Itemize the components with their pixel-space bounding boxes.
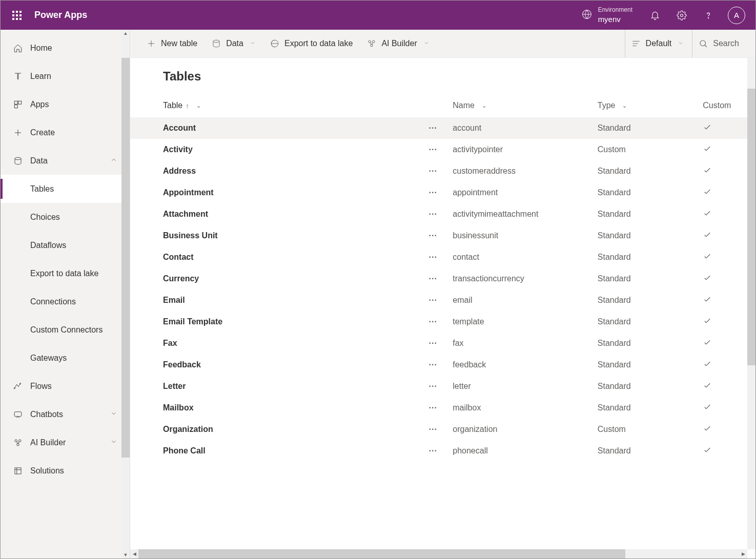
- row-more-icon[interactable]: ···: [429, 126, 437, 130]
- cell-table: Appointment: [130, 182, 413, 203]
- chevron-down-icon: ⌄: [482, 102, 486, 109]
- new-table-button[interactable]: New table: [140, 30, 203, 58]
- cell-name: account: [453, 117, 598, 139]
- row-more-icon[interactable]: ···: [429, 320, 437, 324]
- check-icon: [703, 122, 712, 134]
- check-icon: [703, 187, 712, 198]
- cell-table: Business Unit: [130, 225, 413, 246]
- sidebar-item-create[interactable]: Create: [1, 118, 130, 147]
- table-row[interactable]: Attachment···activitymimeattachmentStand…: [130, 203, 755, 225]
- table-row[interactable]: Email···emailStandard: [130, 289, 755, 311]
- table-row[interactable]: Organization···organizationCustom: [130, 419, 755, 440]
- sidebar-item-home[interactable]: Home: [1, 34, 130, 62]
- table-row[interactable]: Address···customeraddressStandard: [130, 160, 755, 182]
- export-to-data-lake-button[interactable]: Export to data lake: [264, 30, 359, 58]
- flows-icon: [13, 382, 23, 391]
- row-more-icon[interactable]: ···: [429, 234, 437, 238]
- main-vertical-scrollbar-thumb[interactable]: [747, 89, 755, 365]
- data-icon: [13, 156, 23, 165]
- cell-type: Custom: [598, 139, 703, 160]
- sidebar-item-apps[interactable]: Apps: [1, 90, 130, 118]
- cell-name: activitypointer: [453, 139, 598, 160]
- sidebar-scrollbar-thumb[interactable]: [121, 58, 130, 458]
- cell-type: Standard: [598, 225, 703, 246]
- column-header-name[interactable]: Name⌄: [453, 101, 486, 110]
- svg-rect-0: [12, 11, 14, 13]
- cell-type: Standard: [598, 289, 703, 311]
- table-row[interactable]: Appointment···appointmentStandard: [130, 182, 755, 203]
- svg-point-27: [371, 45, 373, 47]
- ai-builder-label: AI Builder: [381, 39, 417, 48]
- sidebar-item-data[interactable]: Data: [1, 147, 130, 175]
- sidebar-item-gateways[interactable]: Gateways: [1, 344, 130, 372]
- cell-name: organization: [453, 419, 598, 440]
- waffle-icon[interactable]: [5, 3, 29, 28]
- table-row[interactable]: Account···accountStandard: [130, 117, 755, 139]
- column-header-table[interactable]: Table↑⌄: [163, 101, 201, 110]
- row-more-icon[interactable]: ···: [429, 363, 437, 367]
- table-row[interactable]: Contact···contactStandard: [130, 246, 755, 268]
- table-row[interactable]: Mailbox···mailboxStandard: [130, 397, 755, 419]
- view-default-label: Default: [646, 39, 672, 48]
- table-row[interactable]: Fax···faxStandard: [130, 333, 755, 354]
- sidebar-scroll-up[interactable]: ▲: [121, 30, 130, 37]
- row-more-icon[interactable]: ···: [429, 277, 437, 281]
- search-input[interactable]: Search: [692, 30, 745, 58]
- chevron-down-icon: ⌄: [196, 102, 201, 109]
- environment-picker[interactable]: Environment myenv: [573, 6, 642, 24]
- table-row[interactable]: Activity···activitypointerCustom: [130, 139, 755, 160]
- check-icon: [703, 230, 712, 241]
- apps-icon: [13, 100, 23, 109]
- table-row[interactable]: Business Unit···businessunitStandard: [130, 225, 755, 246]
- row-more-icon[interactable]: ···: [429, 298, 437, 302]
- main-scroll-right[interactable]: ▶: [739, 549, 747, 558]
- row-more-icon[interactable]: ···: [429, 427, 437, 431]
- check-icon: [703, 445, 712, 457]
- avatar[interactable]: A: [728, 7, 745, 24]
- row-more-icon[interactable]: ···: [429, 255, 437, 259]
- row-more-icon[interactable]: ···: [429, 191, 437, 195]
- sidebar-item-ai-builder[interactable]: AI Builder: [1, 428, 130, 457]
- main-horizontal-scrollbar-thumb[interactable]: [138, 549, 625, 558]
- sidebar-item-chatbots[interactable]: Chatbots: [1, 400, 130, 428]
- row-more-icon[interactable]: ···: [429, 341, 437, 345]
- column-header-type[interactable]: Type⌄: [598, 101, 627, 110]
- table-row[interactable]: Currency···transactioncurrencyStandard: [130, 268, 755, 289]
- sidebar: HomeLearnAppsCreateDataTablesChoicesData…: [1, 30, 130, 558]
- table-row[interactable]: Letter···letterStandard: [130, 376, 755, 397]
- cell-name: feedback: [453, 354, 598, 376]
- sidebar-item-solutions[interactable]: Solutions: [1, 457, 130, 485]
- row-more-icon[interactable]: ···: [429, 449, 437, 453]
- row-more-icon[interactable]: ···: [429, 148, 437, 152]
- notifications-icon[interactable]: [642, 1, 668, 30]
- svg-rect-1: [16, 11, 18, 13]
- check-icon: [703, 295, 712, 306]
- sidebar-item-tables[interactable]: Tables: [1, 175, 130, 203]
- view-default-menu[interactable]: Default: [625, 30, 690, 58]
- row-more-icon[interactable]: ···: [429, 212, 437, 216]
- data-menu[interactable]: Data: [206, 30, 262, 58]
- sidebar-item-custom-connectors[interactable]: Custom Connectors: [1, 316, 130, 344]
- sidebar-item-dataflows[interactable]: Dataflows: [1, 231, 130, 259]
- sidebar-item-connections[interactable]: Connections: [1, 287, 130, 316]
- cell-name: phonecall: [453, 440, 598, 462]
- main-scroll-left[interactable]: ◀: [130, 549, 138, 558]
- sidebar-scroll-down[interactable]: ▼: [121, 551, 130, 558]
- column-header-custom[interactable]: Custom: [703, 101, 731, 110]
- row-more-icon[interactable]: ···: [429, 384, 437, 388]
- row-more-icon[interactable]: ···: [429, 406, 437, 410]
- svg-rect-3: [12, 14, 14, 16]
- sidebar-item-label: AI Builder: [30, 438, 66, 447]
- row-more-icon[interactable]: ···: [429, 169, 437, 173]
- sidebar-item-learn[interactable]: Learn: [1, 62, 130, 90]
- sidebar-item-label: Data: [30, 156, 48, 165]
- table-row[interactable]: Phone Call···phonecallStandard: [130, 440, 755, 462]
- sidebar-item-flows[interactable]: Flows: [1, 372, 130, 400]
- table-row[interactable]: Email Template···templateStandard: [130, 311, 755, 333]
- ai-builder-menu[interactable]: AI Builder: [361, 30, 435, 58]
- help-icon[interactable]: [695, 1, 722, 30]
- settings-icon[interactable]: [668, 1, 695, 30]
- sidebar-item-choices[interactable]: Choices: [1, 203, 130, 231]
- sidebar-item-export-to-data-lake[interactable]: Export to data lake: [1, 259, 130, 287]
- table-row[interactable]: Feedback···feedbackStandard: [130, 354, 755, 376]
